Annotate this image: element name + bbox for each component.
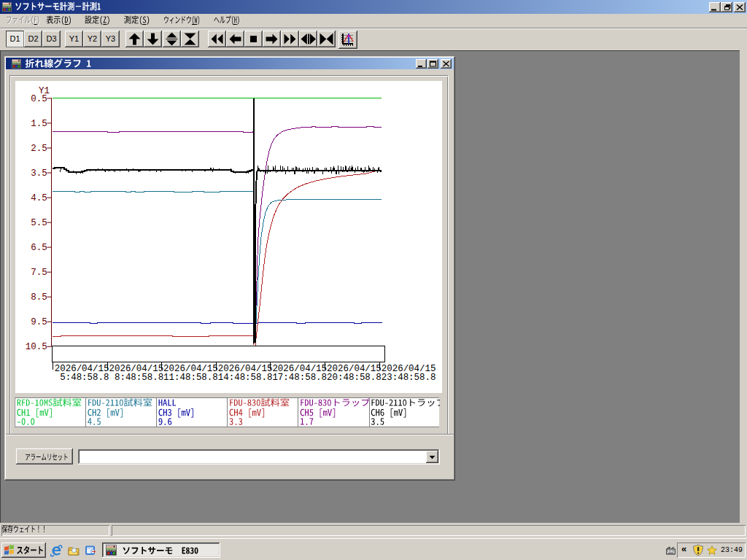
svg-text:6.5: 6.5: [31, 243, 47, 253]
svg-text:11:48:58.8: 11:48:58.8: [163, 373, 218, 383]
svg-text:10.5: 10.5: [26, 342, 47, 352]
svg-text:17:48:58.8: 17:48:58.8: [272, 373, 327, 383]
svg-text:1.5: 1.5: [31, 119, 47, 129]
svg-text:5:48:58.8: 5:48:58.8: [55, 373, 109, 383]
svg-text:5.5: 5.5: [31, 218, 47, 228]
svg-text:0.5: 0.5: [31, 94, 47, 104]
svg-text:3.5: 3.5: [31, 168, 47, 179]
svg-text:8.5: 8.5: [31, 292, 47, 303]
svg-text:14:48:58.8: 14:48:58.8: [218, 373, 273, 383]
svg-text:9.5: 9.5: [31, 317, 47, 327]
svg-text:23:48:58.8: 23:48:58.8: [382, 373, 436, 383]
svg-text:20:48:58.8: 20:48:58.8: [327, 373, 382, 383]
svg-text:4.5: 4.5: [31, 193, 47, 203]
svg-text:7.5: 7.5: [31, 268, 47, 278]
svg-text:2.5: 2.5: [31, 144, 47, 154]
svg-text:8:48:58.8: 8:48:58.8: [109, 373, 164, 383]
